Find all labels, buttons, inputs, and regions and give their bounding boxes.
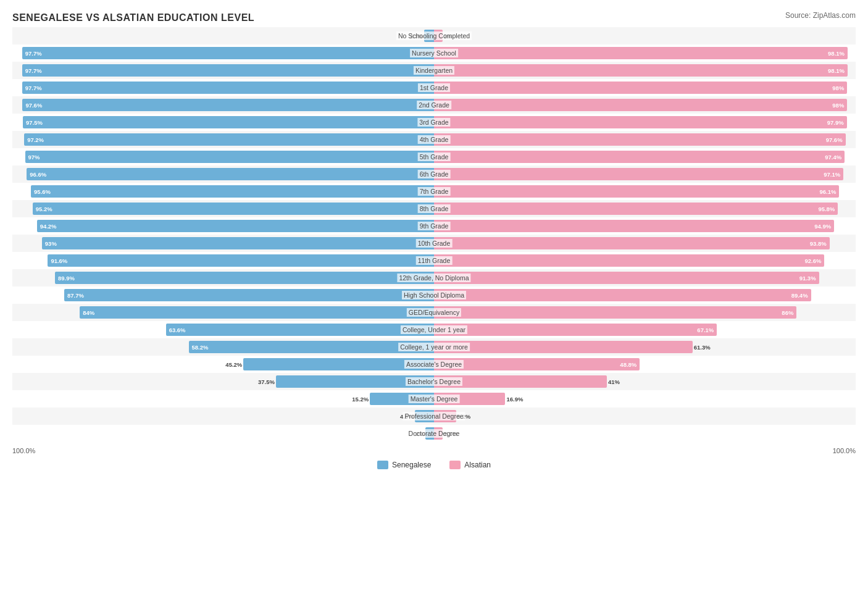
table-row: 4.6%5.2%Professional Degree <box>12 408 856 425</box>
right-value: 92.6% <box>805 257 822 264</box>
blue-bar <box>276 375 434 388</box>
right-value: 97.9% <box>827 119 844 126</box>
alsatian-label: Alsatian <box>464 461 491 469</box>
blue-bar: 91.6% <box>48 254 434 267</box>
source-label: Source: ZipAtlas.com <box>785 11 856 20</box>
pink-bar: 98.1% <box>434 47 848 59</box>
senegalese-label: Senegalese <box>392 461 431 469</box>
blue-bar <box>425 427 434 440</box>
senegalese-color <box>377 461 388 469</box>
right-value: 48.8% <box>620 361 636 368</box>
left-value-outside: 45.2% <box>225 361 242 368</box>
right-bar-container: 5.2% <box>434 408 856 425</box>
right-bar-container: 96.1% <box>434 183 856 200</box>
right-bar-container: 97.9% <box>434 114 856 131</box>
right-bar-container: 89.4% <box>434 286 856 304</box>
pink-bar: 98% <box>434 99 847 111</box>
axis-left: 100.0% <box>12 447 35 454</box>
pink-bar: 98.1% <box>434 64 848 77</box>
right-bar-container: 2% <box>434 27 856 44</box>
table-row: 63.6%67.1%College, Under 1 year <box>12 321 856 338</box>
left-bar-container: 37.5% <box>12 373 434 390</box>
right-value-outside: 41% <box>608 378 620 385</box>
table-row: 37.5%41%Bachelor's Degree <box>12 373 856 390</box>
left-bar-container: 63.6% <box>12 321 434 338</box>
table-row: 95.2%95.8%8th Grade <box>12 200 856 217</box>
left-bar-container: 97.6% <box>12 96 434 114</box>
table-row: 97.2%97.6%4th Grade <box>12 131 856 148</box>
table-row: 97%97.4%5th Grade <box>12 148 856 165</box>
left-bar-container: 45.2% <box>12 356 434 373</box>
blue-bar: 95.2% <box>33 203 434 215</box>
table-row: 97.6%98%2nd Grade <box>12 96 856 114</box>
blue-bar: 97% <box>25 151 435 163</box>
pink-bar <box>434 393 505 405</box>
left-bar-container: 97.7% <box>12 44 434 62</box>
chart-title: SENEGALESE VS ALSATIAN EDUCATION LEVEL <box>12 12 856 23</box>
right-bar-container: 67.1% <box>434 321 856 338</box>
left-bar-container: 97% <box>12 148 434 165</box>
left-value-outside: 37.5% <box>258 378 275 385</box>
chart-inner: 2.3%2%No Schooling Completed97.7%98.1%Nu… <box>12 27 856 442</box>
blue-bar: 97.7% <box>22 64 434 77</box>
left-bar-container: 93% <box>12 235 434 252</box>
left-value: 97.7% <box>25 50 42 57</box>
right-bar-container: 92.6% <box>434 252 856 269</box>
pink-bar: 98% <box>434 82 847 94</box>
blue-bar <box>370 393 434 405</box>
pink-bar: 94.9% <box>434 220 834 232</box>
right-bar-container: 86% <box>434 304 856 321</box>
axis-row: 100.0% 100.0% <box>12 447 856 454</box>
pink-bar: 96.1% <box>434 185 839 198</box>
pink-bar: 93.8% <box>434 237 830 249</box>
table-row: 84%86%GED/Equivalency <box>12 304 856 321</box>
left-bar-container: 89.9% <box>12 269 434 286</box>
legend-alsatian: Alsatian <box>449 461 491 469</box>
left-value: 97.5% <box>26 119 43 126</box>
left-value: 97% <box>28 154 40 161</box>
chart-rows-wrapper: 2.3%2%No Schooling Completed97.7%98.1%Nu… <box>12 27 856 442</box>
left-value: 63.6% <box>169 327 186 333</box>
right-value: 86% <box>782 309 793 316</box>
table-row: 2.3%2%No Schooling Completed <box>12 27 856 44</box>
left-bar-container: 97.7% <box>12 79 434 96</box>
right-value: 97.1% <box>824 171 840 178</box>
table-row: 93%93.8%10th Grade <box>12 235 856 252</box>
right-bar-container: 97.6% <box>434 131 856 148</box>
pink-bar: 91.3% <box>434 272 819 284</box>
left-value: 93% <box>45 240 57 247</box>
table-row: 97.5%97.9%3rd Grade <box>12 114 856 131</box>
left-value-outside: 2.3% <box>410 33 424 40</box>
right-bar-container: 97.4% <box>434 148 856 165</box>
left-value-outside: 15.2% <box>352 396 369 403</box>
pink-bar: 67.1% <box>434 324 717 336</box>
table-row: 87.7%89.4%High School Diploma <box>12 286 856 304</box>
table-row: 15.2%16.9%Master's Degree <box>12 390 856 408</box>
left-value: 97.6% <box>25 102 42 109</box>
pink-bar: 97.9% <box>434 116 847 128</box>
legend-senegalese: Senegalese <box>377 461 431 469</box>
pink-bar: 95.8% <box>434 203 838 215</box>
left-bar-container: 58.2% <box>12 338 434 356</box>
right-bar-container: 98% <box>434 79 856 96</box>
left-value: 58.2% <box>192 344 209 351</box>
left-bar-container: 87.7% <box>12 286 434 304</box>
right-value: 94.9% <box>814 223 831 230</box>
blue-bar <box>424 30 434 42</box>
blue-bar: 97.7% <box>22 82 434 94</box>
pink-bar <box>434 30 443 42</box>
right-bar-container: 91.3% <box>434 269 856 286</box>
pink-bar <box>434 410 456 422</box>
pink-bar: 92.6% <box>434 254 824 267</box>
right-value: 98.1% <box>828 67 845 74</box>
right-value: 91.3% <box>799 275 816 282</box>
left-value-outside: 4.6% <box>400 413 414 420</box>
left-value: 84% <box>83 309 94 316</box>
left-bar-container: 91.6% <box>12 252 434 269</box>
left-bar-container: 2.3% <box>12 27 434 44</box>
left-value: 96.6% <box>30 171 46 178</box>
right-value-outside: 61.3% <box>694 344 711 351</box>
axis-right: 100.0% <box>833 447 856 454</box>
blue-bar <box>415 410 434 422</box>
legend: Senegalese Alsatian <box>12 461 856 469</box>
